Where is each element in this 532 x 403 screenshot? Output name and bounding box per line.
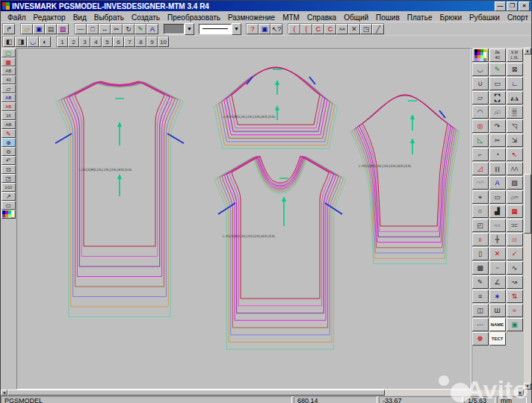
wave-tool-button[interactable]: ∿: [507, 261, 523, 275]
menu-item-12[interactable]: Платье: [403, 13, 436, 22]
pleats-tool-button[interactable]: ∥∥: [489, 162, 506, 175]
align-cross-button[interactable]: ╋: [489, 233, 506, 246]
measure-diag-button[interactable]: ↗: [1, 192, 16, 201]
menu-item-6[interactable]: Преобразовать: [164, 13, 224, 22]
move-rect-button[interactable]: ⇲: [507, 134, 523, 147]
arc-left-2-button[interactable]: (: [300, 24, 312, 34]
menu-item-1[interactable]: Файл: [4, 13, 30, 22]
seam-join-button[interactable]: II: [472, 233, 489, 246]
box-40-button[interactable]: 40: [1, 75, 16, 84]
menu-item-3[interactable]: Вид: [69, 13, 90, 22]
pattern-piece-back-bodice[interactable]: L:XS|S|M|L|XL|2XL|3XL|4XL|5XL: [55, 81, 182, 317]
hatch-fill-button[interactable]: ▨: [507, 176, 523, 190]
edit-pencil-button[interactable]: ✎: [1, 129, 16, 138]
size-6-button[interactable]: 6: [113, 37, 124, 47]
size-3-button[interactable]: 3: [79, 37, 90, 47]
curves-red-button[interactable]: ≈: [507, 304, 523, 317]
measure-chart-button[interactable]: ∩∩: [489, 219, 506, 232]
pencil-tool-button[interactable]: ✎: [472, 275, 489, 289]
cut-piece-button[interactable]: ✂: [111, 24, 123, 34]
fold-corner-button[interactable]: ◹: [507, 119, 523, 133]
color-palette-button[interactable]: [472, 49, 489, 62]
rotate-piece-button[interactable]: ↻: [123, 24, 134, 34]
menu-item-4[interactable]: Выбрать: [90, 13, 128, 22]
grade-chart-button[interactable]: ▟: [489, 204, 506, 218]
layout-boxes-button[interactable]: ▫▫: [489, 261, 506, 275]
delete-x-button[interactable]: ✕: [348, 24, 360, 34]
text-tool-button[interactable]: A: [489, 176, 506, 190]
pattern-piece-cap-sleeve[interactable]: L:XS|S|M|L|XL|2XL|3XL|4XL|5XL: [214, 67, 337, 149]
scroll-right-icon[interactable]: ►: [517, 390, 524, 396]
layer-colors-button[interactable]: [1, 210, 16, 219]
pattern-piece-long-sleeve[interactable]: L:XS|S|M|L|XL|2XL|3XL|4XL|5XL: [350, 95, 460, 263]
circle-segment-button[interactable]: ◔: [489, 148, 506, 161]
sizes-s-m-l-xl-button[interactable]: S M L XL: [507, 49, 523, 62]
delete-box-button[interactable]: ⊠: [507, 63, 523, 76]
godet-tool-button[interactable]: ◠◠: [472, 176, 489, 190]
check-red-button[interactable]: ✓: [507, 247, 523, 260]
color-dropdown-arrow-icon[interactable]: ▼: [185, 23, 194, 35]
sheet-view-button[interactable]: ▭: [1, 201, 16, 210]
scroll-left-icon[interactable]: ◄: [1, 390, 7, 396]
arc-left-button[interactable]: (: [288, 24, 300, 34]
corner-tool-button[interactable]: ∟: [507, 77, 523, 90]
plotter-tool-button[interactable]: ▣: [507, 318, 523, 331]
help-button[interactable]: ?: [247, 24, 259, 34]
eraser-button[interactable]: ▱: [472, 91, 489, 104]
wheel-red-button[interactable]: ☸: [472, 332, 489, 346]
menu-item-8[interactable]: МТМ: [279, 13, 303, 22]
size-1-button[interactable]: 1: [57, 37, 68, 47]
scroll-up-icon[interactable]: ▲: [524, 48, 531, 54]
size-2-button[interactable]: 2: [68, 37, 79, 47]
seam-step-button[interactable]: ▭: [489, 77, 506, 90]
neck-curve-button[interactable]: ◡: [472, 63, 489, 76]
image-view-button[interactable]: ▧: [57, 24, 69, 34]
model-arrow-button[interactable]: ↱: [3, 24, 15, 34]
undo-view-button[interactable]: ↶: [1, 156, 16, 165]
zoom-all-button[interactable]: ⊡: [1, 165, 16, 174]
color-pencils-button[interactable]: ✎: [489, 63, 506, 76]
dialog-view-button[interactable]: ▣: [259, 24, 270, 34]
dart-tool-button[interactable]: ∪: [472, 77, 489, 90]
vertical-scroll-thumb[interactable]: [524, 174, 531, 234]
context-help-button[interactable]: ↖?: [270, 24, 282, 34]
name-label-button[interactable]: NAME: [489, 318, 506, 331]
pattern-canvas[interactable]: L:XS|S|M|L|XL|2XL|3XL|4XL|5XLL:XS|S|M|L|…: [16, 48, 471, 390]
size-8-button[interactable]: 8: [135, 37, 146, 47]
size-4-button[interactable]: 4: [90, 37, 102, 47]
measure-tool-button[interactable]: ⌖: [472, 190, 489, 204]
lines-tool-button[interactable]: ≡: [472, 290, 489, 303]
pair-boxes-button[interactable]: ▯▯: [507, 233, 523, 246]
shape-combine-button[interactable]: △▭: [507, 190, 523, 204]
cut-x-red-button[interactable]: ✕: [489, 247, 506, 260]
arc-c-button[interactable]: C: [312, 24, 324, 34]
test-button-button[interactable]: ТЕСТ: [489, 332, 506, 346]
vertical-scrollbar[interactable]: ▲ ▼: [524, 48, 531, 390]
ab-doc-button[interactable]: АВ: [1, 93, 16, 102]
menu-item-7[interactable]: Размножение: [224, 13, 279, 22]
horizontal-scroll-thumb[interactable]: [7, 390, 385, 396]
model-tree-button[interactable]: ◧: [3, 37, 15, 47]
notch-tool-button[interactable]: ◺: [472, 134, 489, 147]
dish-tool-button[interactable]: ◡: [27, 37, 39, 47]
scroll-down-icon[interactable]: ▼: [524, 383, 531, 390]
fan-tool-button[interactable]: ⋀⋀: [507, 162, 523, 175]
menu-item-2[interactable]: Редактор: [30, 13, 69, 22]
text-edit-button[interactable]: A: [146, 24, 158, 34]
move-points-button[interactable]: ↔: [99, 24, 111, 34]
pattern-piece-front-bodice[interactable]: L:XS|S|M|L|XL|2XL|3XL|4XL|5XL: [214, 156, 346, 349]
model-tree-2-button[interactable]: ◨: [15, 37, 27, 47]
horizontal-scrollbar[interactable]: ◄ ►: [1, 390, 531, 396]
menu-item-10[interactable]: Общий: [340, 13, 372, 22]
draw-pencil-button[interactable]: ✎: [134, 24, 146, 34]
pleat-press-button[interactable]: ◫: [472, 304, 489, 317]
size-grid-button[interactable]: ▦: [1, 57, 16, 66]
rect-select-button[interactable]: □: [87, 24, 99, 34]
size-7-button[interactable]: 7: [124, 37, 135, 47]
rect-tool-button[interactable]: ▭: [489, 190, 506, 204]
open-file-button[interactable]: ▱: [21, 24, 33, 34]
menu-item-14[interactable]: Рубашки: [466, 13, 504, 22]
zoom-box-button[interactable]: ◳: [1, 174, 16, 183]
new-model-button[interactable]: ▢: [1, 49, 16, 57]
size-5-button[interactable]: 5: [102, 37, 113, 47]
